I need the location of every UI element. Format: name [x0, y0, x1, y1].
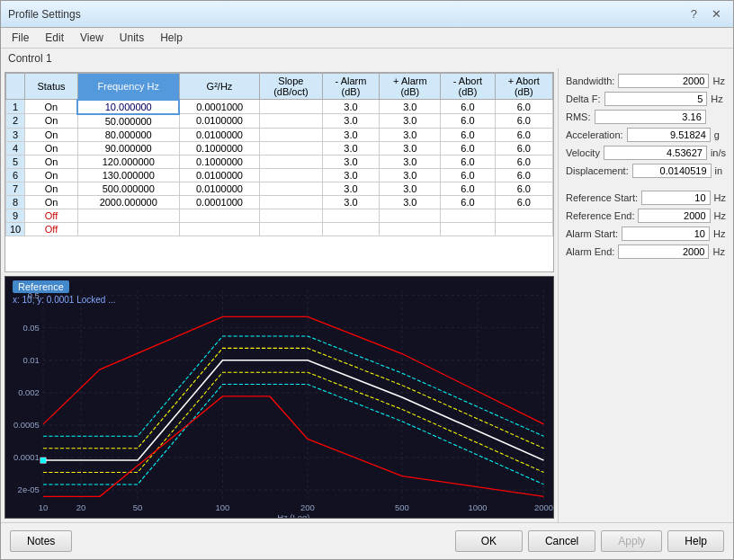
- table-row[interactable]: 1 On 10.000000 0.0001000 3.0 3.0 6.0 6.0: [6, 100, 553, 114]
- bandwidth-value[interactable]: [618, 74, 709, 88]
- plus-alarm-cell: 3.0: [380, 128, 441, 141]
- freq-cell[interactable]: 10.000000: [77, 100, 179, 114]
- menu-file[interactable]: File: [4, 30, 36, 46]
- apply-button[interactable]: Apply: [601, 530, 662, 552]
- svg-rect-32: [40, 458, 46, 463]
- acceleration-value[interactable]: [627, 128, 711, 142]
- right-panel: Bandwidth: Hz Delta F: Hz RMS: Accelerat…: [558, 68, 733, 522]
- help-title-btn[interactable]: ?: [686, 6, 702, 22]
- col-num: [6, 74, 25, 100]
- plus-abort-cell: 6.0: [495, 182, 552, 195]
- slope-cell: [260, 209, 322, 222]
- minus-abort-cell: 6.0: [441, 141, 495, 155]
- bandwidth-label: Bandwidth:: [566, 76, 614, 86]
- status-cell: On: [25, 155, 78, 168]
- velocity-label: Velocity: [566, 147, 600, 158]
- bandwidth-unit: Hz: [712, 76, 726, 86]
- minus-alarm-cell: 3.0: [322, 168, 380, 182]
- status-cell: On: [25, 182, 78, 195]
- svg-text:0.0001: 0.0001: [13, 453, 40, 462]
- delta-f-value[interactable]: [604, 92, 708, 106]
- rms-row: RMS:: [566, 110, 726, 124]
- ref-start-unit: Hz: [714, 192, 726, 203]
- freq-cell: [77, 209, 179, 222]
- plus-abort-cell: 6.0: [495, 100, 552, 114]
- table-scroll[interactable]: Status Frequency Hz G²/Hz Slope(dB/oct) …: [5, 73, 553, 236]
- minus-abort-cell: 6.0: [441, 195, 495, 209]
- displacement-value[interactable]: [632, 164, 712, 178]
- plus-alarm-cell: 3.0: [380, 100, 441, 114]
- cancel-button[interactable]: Cancel: [528, 530, 595, 552]
- displacement-row: Displacement: in: [566, 164, 726, 178]
- minus-alarm-cell: 3.0: [322, 195, 380, 209]
- table-row[interactable]: 8 On 2000.000000 0.0001000 3.0 3.0 6.0 6…: [6, 195, 553, 209]
- table-row[interactable]: 9 Off: [6, 209, 553, 222]
- chart-svg: 0.5 0.05 0.01 0.002 0.0005 0.0001 2e-05 …: [5, 277, 553, 518]
- slope-cell: [260, 182, 322, 195]
- status-cell: On: [25, 100, 78, 114]
- alarm-start-unit: Hz: [713, 228, 726, 239]
- row-num: 5: [6, 155, 25, 168]
- plus-alarm-cell: 3.0: [380, 182, 441, 195]
- ref-end-label: Reference End:: [566, 210, 634, 221]
- ref-start-value[interactable]: [641, 191, 710, 205]
- row-num: 7: [6, 182, 25, 195]
- help-button[interactable]: Help: [667, 530, 724, 552]
- svg-text:0.01: 0.01: [22, 356, 39, 365]
- delta-f-row: Delta F: Hz: [566, 92, 726, 106]
- plus-alarm-cell: 3.0: [380, 195, 441, 209]
- menu-units[interactable]: Units: [112, 30, 151, 46]
- svg-text:10: 10: [39, 503, 49, 512]
- freq-cell: 130.000000: [77, 168, 179, 182]
- ref-end-value[interactable]: [638, 209, 710, 223]
- table-row[interactable]: 7 On 500.000000 0.0100000 3.0 3.0 6.0 6.…: [6, 182, 553, 195]
- svg-text:2000: 2000: [534, 503, 553, 512]
- minus-alarm-cell: [322, 209, 380, 222]
- ref-start-row: Reference Start: Hz: [566, 191, 726, 205]
- alarm-start-row: Alarm Start: Hz: [566, 227, 726, 241]
- velocity-value[interactable]: [604, 146, 707, 160]
- col-minus-alarm: - Alarm(dB): [322, 74, 380, 100]
- plus-alarm-cell: 3.0: [380, 141, 441, 155]
- svg-text:0.05: 0.05: [22, 324, 39, 333]
- minus-alarm-cell: 3.0: [322, 100, 380, 114]
- bottom-right: OK Cancel Apply Help: [455, 530, 724, 552]
- plus-alarm-cell: 3.0: [380, 168, 441, 182]
- row-num: 3: [6, 128, 25, 141]
- alarm-end-value[interactable]: [618, 244, 709, 259]
- g2hz-cell: 0.0100000: [179, 182, 260, 195]
- close-btn[interactable]: ✕: [707, 6, 726, 22]
- menu-edit[interactable]: Edit: [38, 30, 71, 46]
- minus-alarm-cell: [322, 222, 380, 236]
- minus-abort-cell: [441, 222, 495, 236]
- table-row[interactable]: 10 Off: [6, 222, 553, 236]
- table-row[interactable]: 4 On 90.000000 0.1000000 3.0 3.0 6.0 6.0: [6, 141, 553, 155]
- table-row[interactable]: 3 On 80.000000 0.0100000 3.0 3.0 6.0 6.0: [6, 128, 553, 141]
- alarm-end-unit: Hz: [712, 246, 726, 257]
- notes-button[interactable]: Notes: [10, 530, 72, 552]
- bottom-left: Notes: [10, 530, 72, 552]
- ref-end-row: Reference End: Hz: [566, 209, 726, 223]
- menu-view[interactable]: View: [73, 30, 111, 46]
- freq-cell: 80.000000: [77, 128, 179, 141]
- alarm-end-label: Alarm End:: [566, 246, 614, 257]
- velocity-row: Velocity in/s: [566, 146, 726, 160]
- slope-cell: [260, 141, 322, 155]
- plus-abort-cell: 6.0: [495, 155, 552, 168]
- alarm-start-value[interactable]: [622, 227, 710, 241]
- table-body: 1 On 10.000000 0.0001000 3.0 3.0 6.0 6.0…: [6, 100, 553, 236]
- rms-value[interactable]: [595, 110, 706, 124]
- col-status: Status: [25, 74, 78, 100]
- table-row[interactable]: 6 On 130.000000 0.0100000 3.0 3.0 6.0 6.…: [6, 168, 553, 182]
- plus-alarm-cell: [380, 222, 441, 236]
- plus-alarm-cell: 3.0: [380, 155, 441, 168]
- row-num: 2: [6, 114, 25, 129]
- displacement-label: Displacement:: [566, 165, 629, 176]
- ok-button[interactable]: OK: [455, 530, 523, 552]
- table-row[interactable]: 2 On 50.000000 0.0100000 3.0 3.0 6.0 6.0: [6, 114, 553, 129]
- status-cell: On: [25, 195, 78, 209]
- acceleration-row: Acceleration: g: [566, 128, 726, 142]
- menu-help[interactable]: Help: [153, 30, 190, 46]
- velocity-unit: in/s: [711, 147, 726, 158]
- table-row[interactable]: 5 On 120.000000 0.1000000 3.0 3.0 6.0 6.…: [6, 155, 553, 168]
